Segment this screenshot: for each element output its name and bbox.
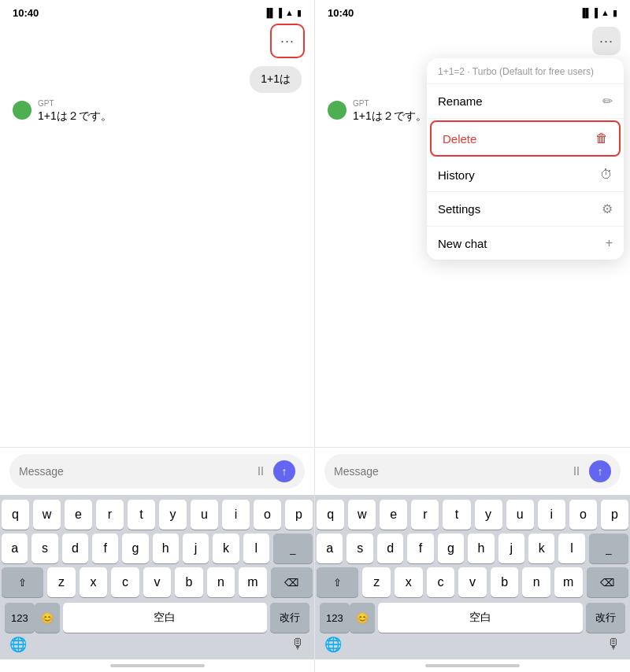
key-i-right[interactable]: i [538,500,565,530]
right-home-indicator [315,659,630,672]
key-w-left[interactable]: w [33,500,61,530]
left-chat-area: 1+1は GPT 1+1は２です。 [0,58,314,447]
key-emoji-left[interactable]: 😊 [35,603,60,633]
globe-icon-right[interactable]: 🌐 [324,636,342,653]
right-kb-bottom: 123 😊 空白 改行 [317,601,628,634]
key-l-left[interactable]: l [243,534,269,563]
key-d-left[interactable]: d [62,534,88,563]
key-k-left[interactable]: k [213,534,239,563]
delete-icon: 🗑 [595,131,608,146]
key-dash-right[interactable]: _ [589,534,628,563]
dropdown-rename[interactable]: Rename ✏ [427,84,624,119]
key-e-left[interactable]: e [65,500,92,530]
left-status-bar: 10:40 ▐▌▐ ▲ ▮ [0,0,314,24]
new-chat-icon: + [606,236,613,250]
right-top-bar: ··· [315,24,630,58]
mic-icon-right[interactable]: 🎙 [606,636,621,653]
menu-button-left[interactable]: ··· [270,24,305,58]
key-h-left[interactable]: h [153,534,179,563]
key-a-left[interactable]: a [2,534,28,563]
user-message-left: 1+1は [250,66,302,93]
key-x-left[interactable]: x [80,567,108,597]
bot-row-left: GPT 1+1は２です。 [13,99,302,124]
key-return-right[interactable]: 改行 [586,603,625,633]
key-q-right[interactable]: q [317,500,344,530]
key-d-right[interactable]: d [377,534,403,563]
key-j-right[interactable]: j [498,534,524,563]
key-n-right[interactable]: n [522,567,550,597]
send-button-right[interactable]: ↑ [589,460,611,482]
key-m-right[interactable]: m [554,567,583,597]
key-y-right[interactable]: y [475,500,502,530]
key-123-left[interactable]: 123 [5,603,35,633]
key-q-left[interactable]: q [2,500,29,530]
key-h-right[interactable]: h [468,534,494,563]
send-button-left[interactable]: ↑ [273,460,295,482]
mic-icon-left[interactable]: 🎙 [291,636,305,653]
right-keyboard: q w e r t y u i o p a s d f g h j k l _ … [315,495,630,659]
key-x-right[interactable]: x [395,567,423,597]
key-f-right[interactable]: f [407,534,433,563]
key-p-right[interactable]: p [601,500,628,530]
bot-label-right: GPT [353,99,427,108]
key-s-left[interactable]: s [32,534,57,563]
key-delete-right[interactable]: ⌫ [587,567,628,597]
left-phone-panel: 10:40 ▐▌▐ ▲ ▮ ··· 1+1は GPT 1+1は２です。 ⏸ ↑ [0,0,315,672]
dropdown-menu: 1+1=2 · Turbo (Default for free users) R… [427,58,624,260]
key-u-left[interactable]: u [191,500,218,530]
key-123-right[interactable]: 123 [320,603,350,633]
key-e-right[interactable]: e [380,500,407,530]
battery-icon-right: ▮ [613,8,617,18]
new-chat-label: New chat [438,237,487,250]
key-s-right[interactable]: s [346,534,372,563]
left-message-input[interactable] [19,465,248,478]
dropdown-settings[interactable]: Settings ⚙ [427,192,624,227]
key-b-right[interactable]: b [491,567,519,597]
key-c-left[interactable]: c [111,567,139,597]
key-j-left[interactable]: j [183,534,209,563]
key-b-left[interactable]: b [175,567,203,597]
right-kb-row3: ⇧ z x c v b n m ⌫ [317,567,628,597]
key-z-left[interactable]: z [47,567,76,597]
key-v-left[interactable]: v [143,567,172,597]
dropdown-new-chat[interactable]: New chat + [427,227,624,260]
key-g-left[interactable]: g [122,534,148,563]
key-o-left[interactable]: o [254,500,281,530]
right-message-input[interactable] [334,465,564,478]
key-r-left[interactable]: r [96,500,124,530]
key-v-right[interactable]: v [458,567,487,597]
key-n-left[interactable]: n [207,567,235,597]
key-i-left[interactable]: i [222,500,250,530]
globe-icon-left[interactable]: 🌐 [9,636,27,653]
key-o-right[interactable]: o [569,500,597,530]
key-t-right[interactable]: t [443,500,470,530]
key-k-right[interactable]: k [528,534,554,563]
key-w-right[interactable]: w [348,500,376,530]
key-return-left[interactable]: 改行 [270,603,309,633]
menu-button-right[interactable]: ··· [592,27,621,55]
key-y-left[interactable]: y [159,500,187,530]
key-r-right[interactable]: r [411,500,439,530]
key-l-right[interactable]: l [558,534,584,563]
dropdown-delete[interactable]: Delete 🗑 [430,120,621,157]
key-p-left[interactable]: p [285,500,313,530]
key-c-right[interactable]: c [427,567,455,597]
key-space-left[interactable]: 空白 [63,603,267,633]
key-space-right[interactable]: 空白 [378,603,583,633]
key-dash-left[interactable]: _ [273,534,313,563]
key-g-right[interactable]: g [438,534,464,563]
key-a-right[interactable]: a [317,534,343,563]
key-shift-right[interactable]: ⇧ [317,567,358,597]
left-keyboard: q w e r t y u i o p a s d f g h j k l _ … [0,495,314,659]
dropdown-history[interactable]: History ⏱ [427,158,624,192]
key-shift-left[interactable]: ⇧ [2,567,43,597]
key-m-left[interactable]: m [239,567,267,597]
key-t-left[interactable]: t [128,500,155,530]
key-u-right[interactable]: u [506,500,534,530]
key-delete-left[interactable]: ⌫ [271,567,313,597]
key-emoji-right[interactable]: 😊 [350,603,375,633]
key-f-left[interactable]: f [92,534,118,563]
bot-label-left: GPT [38,99,112,108]
wifi-icon-right: ▲ [601,8,610,17]
key-z-right[interactable]: z [362,567,391,597]
